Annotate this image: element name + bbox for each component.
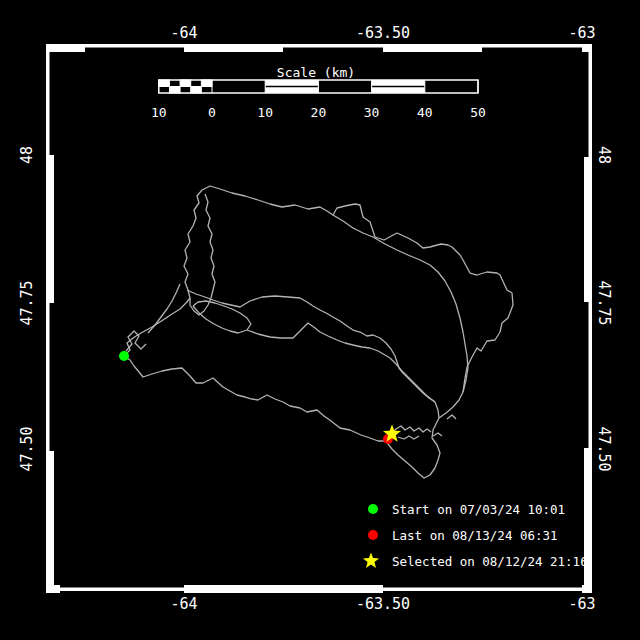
x-tick-label-bottom: -64 [170,595,197,613]
x-tick-label-bottom: -63 [568,595,595,613]
plot-background [0,0,640,640]
scale-label: 20 [311,105,327,120]
scale-label: 10 [151,105,167,120]
scale-label: 50 [470,105,486,120]
y-tick-label-left: 47.50 [18,426,36,471]
scale-cell [169,87,180,94]
y-tick-label-right: 48 [595,146,613,164]
legend-circle-marker [368,504,378,514]
scale-cell [191,87,202,94]
scale-label: 40 [417,105,433,120]
x-tick-label-top: -63 [568,24,595,42]
trajectory-figure: Scale (km)1001020304050 -64-64-63.50-63.… [0,0,640,640]
legend-circle-marker [368,530,378,540]
legend-label: Start on 07/03/24 10:01 [392,502,565,517]
y-tick-label-right: 47.75 [595,280,613,325]
y-tick-label-left: 47.75 [18,280,36,325]
scale-cell [180,80,191,87]
x-tick-label-top: -64 [170,24,197,42]
scale-cell [201,80,212,87]
scale-label: 10 [257,105,273,120]
start-marker [119,351,129,361]
y-tick-label-left: 48 [18,146,36,164]
trajectory-plot: Scale (km)1001020304050 -64-64-63.50-63.… [0,0,640,640]
scale-label: 0 [208,105,216,120]
legend-label: Last on 08/13/24 06:31 [392,528,558,543]
scale-bar-title: Scale (km) [277,65,355,80]
y-tick-label-right: 47.50 [595,426,613,471]
scale-cell [159,80,170,87]
x-tick-label-bottom: -63.50 [356,595,410,613]
legend: Start on 07/03/24 10:01Last on 08/13/24 … [363,502,588,569]
legend-label: Selected on 08/12/24 21:16 [392,554,588,569]
scale-label: 30 [364,105,380,120]
x-tick-label-top: -63.50 [356,24,410,42]
